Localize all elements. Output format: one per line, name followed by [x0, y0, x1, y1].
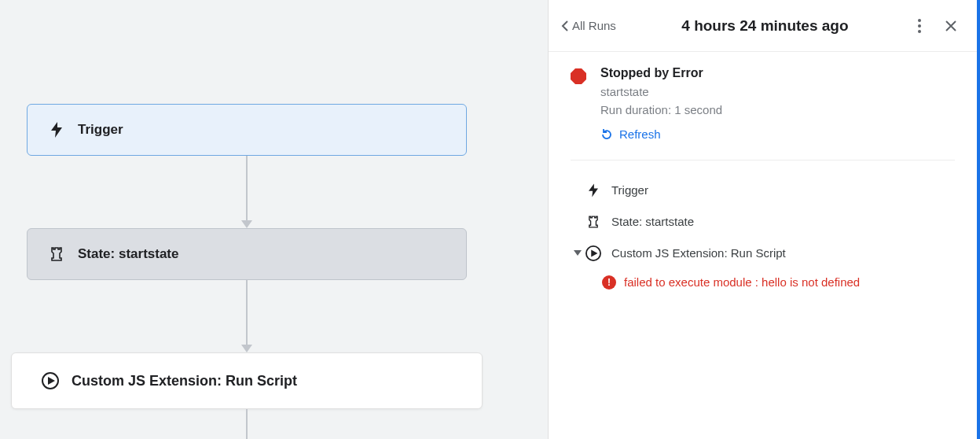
run-details-panel: All Runs 4 hours 24 minutes ago [548, 0, 980, 439]
close-icon [945, 20, 956, 31]
run-duration: Run duration: 1 second [600, 103, 722, 116]
svg-point-2 [918, 24, 921, 28]
back-link-label: All Runs [572, 19, 616, 32]
flow-node-action-label: Custom JS Extension: Run Script [72, 373, 297, 389]
refresh-label: Refresh [619, 127, 661, 141]
play-circle-icon [585, 245, 602, 262]
step-error-message: ! failed to execute module : hello is no… [602, 275, 955, 290]
lightning-icon [48, 121, 65, 138]
refresh-icon [600, 128, 613, 141]
flow-connector [27, 156, 467, 228]
step-state-label: State: startstate [611, 215, 694, 228]
error-octagon-icon [571, 68, 586, 84]
more-options-button[interactable] [908, 14, 931, 38]
svg-point-1 [918, 19, 921, 22]
close-panel-button[interactable] [939, 14, 963, 38]
step-action[interactable]: Custom JS Extension: Run Script [571, 238, 955, 269]
flow-connector [27, 280, 467, 352]
chess-rook-icon [48, 245, 65, 263]
flow-connector [27, 409, 467, 439]
step-trigger-label: Trigger [611, 183, 648, 197]
flow-node-trigger-label: Trigger [78, 122, 123, 138]
flow-node-state-label: State: startstate [78, 246, 179, 262]
chevron-left-icon [561, 20, 569, 31]
step-action-label: Custom JS Extension: Run Script [611, 246, 786, 260]
flow-node-state[interactable]: State: startstate [27, 228, 467, 280]
run-step-list: Trigger State: startstate [571, 160, 955, 290]
play-circle-icon [42, 372, 59, 389]
back-to-all-runs[interactable]: All Runs [555, 14, 622, 37]
flow-node-trigger[interactable]: Trigger [27, 104, 467, 156]
flow-node-action[interactable]: Custom JS Extension: Run Script [11, 352, 483, 409]
caret-down-icon [571, 250, 585, 256]
run-timestamp-title: 4 hours 24 minutes ago [629, 17, 901, 35]
step-trigger[interactable]: Trigger [571, 175, 955, 206]
run-status-heading: Stopped by Error [600, 66, 722, 80]
step-state[interactable]: State: startstate [571, 206, 955, 238]
lightning-icon [585, 182, 602, 199]
error-message-text: failed to execute module : hello is not … [624, 275, 860, 289]
refresh-button[interactable]: Refresh [600, 127, 661, 141]
workflow-canvas[interactable]: Trigger State: startstate [0, 0, 548, 439]
run-status-state: startstate [600, 85, 722, 98]
error-badge-icon: ! [602, 275, 616, 290]
svg-point-3 [918, 30, 921, 33]
chess-rook-icon [585, 213, 602, 231]
vertical-dots-icon [918, 19, 921, 33]
run-status-block: Stopped by Error startstate Run duration… [571, 66, 955, 160]
